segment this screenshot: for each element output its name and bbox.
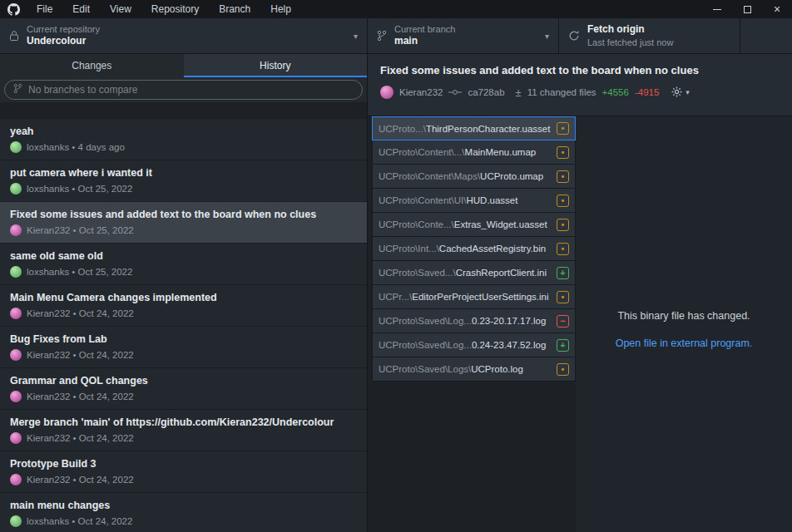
file-status-icon: • (557, 195, 569, 207)
file-row[interactable]: UCPr...\EditorPerProjectUserSettings.ini… (372, 285, 576, 309)
file-path: UCProto\Saved...\ (379, 268, 456, 278)
commit-meta-text: Kieran232 • Oct 24, 2022 (27, 308, 134, 318)
chevron-down-icon: ▾ (545, 32, 549, 41)
file-path: UCProto\Conte...\ (379, 219, 454, 229)
current-repository-button[interactable]: Current repository Undercolour ▾ (0, 18, 368, 53)
close-icon: × (774, 3, 780, 15)
file-path: UCProto\Content\Maps\ (379, 171, 480, 181)
file-row[interactable]: UCProto...\ThirdPersonCharacter.uasset • (372, 116, 576, 140)
file-path: UCProto\Int...\ (379, 244, 439, 254)
commit-sha[interactable]: ca728ab (468, 87, 504, 97)
fetch-origin-label: Fetch origin (587, 23, 673, 37)
tab-history[interactable]: History (184, 54, 368, 77)
menu-repository[interactable]: Repository (141, 0, 209, 18)
commit-row[interactable]: same old same old loxshanks • Oct 25, 20… (0, 244, 367, 285)
gear-icon (671, 86, 682, 99)
commit-row[interactable]: Fixed some issues and added text to the … (0, 202, 367, 244)
deletions-count: -4915 (635, 87, 659, 97)
commit-title: yeah (10, 126, 357, 137)
commit-meta: loxshanks • Oct 25, 2022 (10, 266, 357, 278)
minimize-button[interactable] (702, 0, 732, 18)
maximize-button[interactable] (732, 0, 762, 18)
file-path: UCProto\Saved\Log... (379, 316, 472, 326)
file-row[interactable]: UCProto\Content\...\MainMenu.umap • (372, 140, 576, 165)
menu-branch[interactable]: Branch (209, 0, 260, 18)
file-status-icon: + (557, 339, 569, 352)
avatar (10, 141, 22, 153)
commit-author: Kieran232 (399, 87, 443, 97)
current-repository-label: Current repository (27, 23, 100, 35)
commit-detail-panel: Fixed some issues and added text to the … (368, 54, 792, 532)
chevron-down-icon: ▾ (354, 32, 358, 41)
toolbar-filler (740, 18, 792, 53)
current-branch-button[interactable]: Current branch main ▾ (368, 18, 559, 53)
commit-meta: Kieran232 • Oct 24, 2022 (10, 474, 357, 485)
menu-bar: FileEditViewRepositoryBranchHelp (27, 0, 301, 18)
branch-compare-input[interactable] (28, 84, 354, 96)
commit-meta-text: Kieran232 • Oct 25, 2022 (27, 225, 134, 235)
file-row[interactable]: UCProto\Saved\Log...0.23-20.17.17.log − (372, 309, 576, 333)
fetch-origin-sublabel: Last fetched just now (587, 37, 673, 48)
file-row[interactable]: UCProto\Saved\Logs\UCProto.log • (372, 357, 576, 382)
title-bar: FileEditViewRepositoryBranchHelp × (0, 0, 792, 18)
commit-title: main menu changes (10, 500, 357, 511)
commit-meta-text: Kieran232 • Oct 24, 2022 (27, 350, 134, 360)
file-name: ThirdPersonCharacter.uasset (426, 124, 551, 134)
avatar (10, 515, 22, 527)
changed-files-count: 11 changed files (527, 87, 596, 97)
file-name: MainMenu.umap (465, 147, 537, 157)
avatar (10, 432, 22, 444)
current-branch-label: Current branch (394, 23, 455, 35)
file-status-icon: • (557, 291, 569, 303)
commit-title: Grammar and QOL changes (10, 375, 357, 387)
commit-row[interactable]: main menu changes loxshanks • Oct 24, 20… (0, 493, 367, 532)
commit-title: Merge branch 'main' of https://github.co… (10, 416, 357, 428)
commit-row[interactable]: put camera where i wanted it loxshanks •… (0, 160, 367, 202)
menu-help[interactable]: Help (260, 0, 301, 18)
file-row[interactable]: UCProto\Conte...\Extras_Widget.uasset • (372, 213, 576, 237)
diff-options-button[interactable]: ▾ (671, 86, 690, 99)
file-status-icon: • (557, 170, 569, 183)
branch-icon (13, 82, 22, 97)
commit-row[interactable]: Main Menu Camera changes implemented Kie… (0, 285, 367, 327)
commit-meta-text: Kieran232 • Oct 24, 2022 (27, 475, 134, 485)
tab-changes[interactable]: Changes (0, 54, 184, 77)
file-row[interactable]: UCProto\Content\Maps\UCProto.umap • (372, 165, 576, 189)
open-external-link[interactable]: Open file in external program. (616, 337, 753, 349)
commit-title: same old same old (10, 250, 357, 262)
menu-view[interactable]: View (100, 0, 141, 18)
menu-edit[interactable]: Edit (62, 0, 100, 18)
commit-detail-title: Fixed some issues and added text to the … (380, 64, 780, 76)
commit-title: Fixed some issues and added text to the … (10, 209, 357, 220)
repo-lock-icon (9, 30, 19, 42)
commit-row[interactable]: Prototype Build 3 Kieran232 • Oct 24, 20… (0, 451, 367, 493)
close-button[interactable]: × (762, 0, 792, 18)
commit-row[interactable]: Merge branch 'main' of https://github.co… (0, 410, 367, 451)
commit-row[interactable]: Grammar and QOL changes Kieran232 • Oct … (0, 368, 367, 410)
commit-detail-header: Fixed some issues and added text to the … (368, 54, 792, 116)
binary-file-message: This binary file has changed. (617, 310, 750, 322)
file-row[interactable]: UCProto\Saved...\CrashReportClient.ini + (372, 261, 576, 285)
minimize-icon (713, 9, 721, 10)
branch-icon (377, 30, 387, 42)
commit-meta-text: loxshanks • Oct 24, 2022 (27, 516, 132, 526)
file-row[interactable]: UCProto\Saved\Log...0.24-23.47.52.log + (372, 333, 576, 357)
commit-list: yeah loxshanks • 4 days ago put camera w… (0, 119, 367, 532)
commit-row[interactable]: Bug Fixes from Lab Kieran232 • Oct 24, 2… (0, 327, 367, 368)
file-status-icon: • (557, 219, 569, 231)
branch-compare-pill[interactable] (4, 80, 363, 100)
diff-area: This binary file has changed. Open file … (576, 116, 792, 532)
file-path: UCProto...\ (379, 124, 426, 134)
commit-title: put camera where i wanted it (10, 167, 357, 179)
fetch-origin-button[interactable]: Fetch origin Last fetched just now (559, 18, 740, 53)
avatar (10, 224, 22, 236)
commit-row[interactable]: yeah loxshanks • 4 days ago (0, 119, 367, 160)
file-status-icon: • (557, 146, 569, 159)
file-name: 0.24-23.47.52.log (472, 340, 547, 350)
commit-meta-text: loxshanks • 4 days ago (27, 142, 125, 152)
main-area: Changes History yeah loxshanks • 4 days … (0, 54, 792, 532)
file-row[interactable]: UCProto\Int...\CachedAssetRegistry.bin • (372, 237, 576, 261)
file-row[interactable]: UCProto\Content\UI\HUD.uasset • (372, 189, 576, 213)
commit-meta-text: Kieran232 • Oct 24, 2022 (27, 433, 134, 443)
menu-file[interactable]: File (27, 0, 62, 18)
